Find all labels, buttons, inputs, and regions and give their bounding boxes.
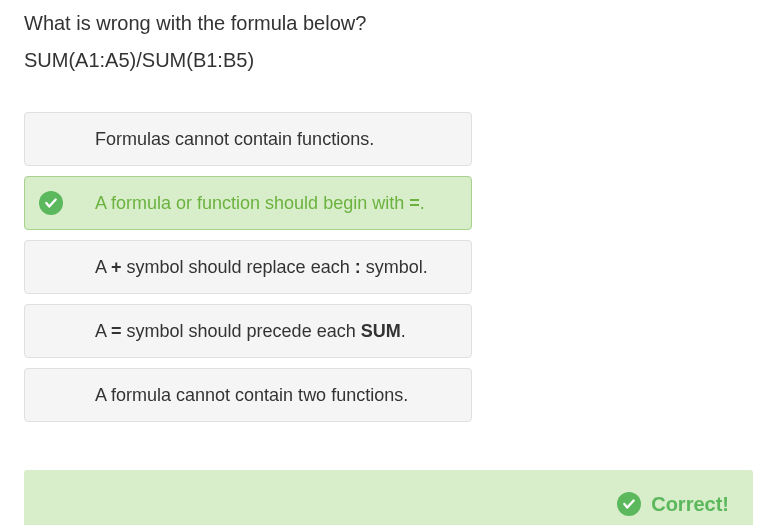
option-3[interactable]: A = symbol should precede each SUM. — [24, 304, 472, 358]
option-text: A formula or function should begin with … — [73, 193, 457, 214]
question-formula: SUM(A1:A5)/SUM(B1:B5) — [24, 49, 753, 72]
option-text: A = symbol should precede each SUM. — [73, 321, 457, 342]
check-icon — [617, 492, 641, 516]
options-list: Formulas cannot contain functions.A form… — [24, 112, 472, 422]
option-text: A formula cannot contain two functions. — [73, 385, 457, 406]
check-icon — [39, 191, 63, 215]
feedback-text: Correct! — [651, 493, 729, 516]
feedback-banner: Correct! — [24, 470, 753, 525]
option-text: Formulas cannot contain functions. — [73, 129, 457, 150]
option-icon-slot — [39, 191, 73, 215]
option-2[interactable]: A + symbol should replace each : symbol. — [24, 240, 472, 294]
option-text: A + symbol should replace each : symbol. — [73, 257, 457, 278]
question-title: What is wrong with the formula below? — [24, 12, 753, 35]
option-4[interactable]: A formula cannot contain two functions. — [24, 368, 472, 422]
option-0[interactable]: Formulas cannot contain functions. — [24, 112, 472, 166]
option-1[interactable]: A formula or function should begin with … — [24, 176, 472, 230]
